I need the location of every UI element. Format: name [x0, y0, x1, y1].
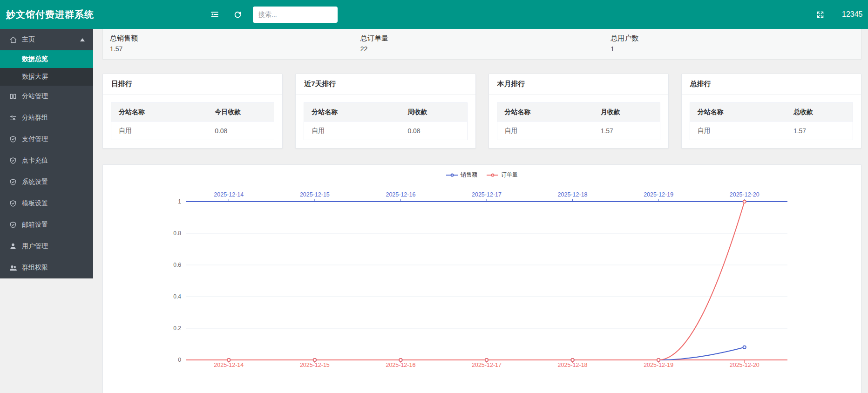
svg-text:2025-12-17: 2025-12-17 [472, 191, 502, 198]
ranking-card-month-rank: 本月排行 分站名称 月收款 自用1.57 [488, 74, 669, 149]
search-wrap [253, 7, 338, 23]
svg-text:1: 1 [178, 198, 181, 205]
svg-text:2025-12-19: 2025-12-19 [644, 362, 673, 368]
ranking-col-site: 分站名称 [304, 103, 400, 122]
legend-marker-icon [487, 175, 498, 176]
app-header: 妙文馆付费进群系统 12345 [0, 0, 868, 29]
sidebar-item-mailbox-settings[interactable]: 邮箱设置 [0, 214, 93, 236]
user-icon [9, 243, 17, 250]
sidebar-item-label: 用户管理 [22, 242, 48, 251]
sidebar-item-payment-manage[interactable]: 支付管理 [0, 129, 93, 150]
ranking-row: 自用0.08 [304, 122, 467, 140]
username[interactable]: 12345 [842, 10, 868, 19]
ranking-col-amount: 今日收款 [207, 103, 274, 122]
svg-text:2025-12-20: 2025-12-20 [730, 191, 760, 198]
sidebar-item-subsite-manage[interactable]: 分站管理 [0, 86, 93, 107]
ranking-card-title: 本月排行 [489, 74, 668, 95]
ranking-card-week-rank: 近7天排行 分站名称 周收款 自用0.08 [295, 74, 475, 149]
ranking-card-daily-rank: 日排行 分站名称 今日收款 自用0.08 [102, 74, 283, 149]
ranking-row: 自用1.57 [497, 122, 660, 140]
legend-label: 订单量 [501, 171, 518, 179]
trend-chart-svg: 00.20.40.60.812025-12-142025-12-152025-1… [103, 165, 861, 384]
svg-text:0.6: 0.6 [173, 262, 181, 268]
stat-label: 总订单量 [360, 34, 611, 43]
ranking-col-amount: 周收款 [400, 103, 467, 122]
sidebar-item-label: 分站管理 [22, 92, 48, 101]
app-title: 妙文馆付费进群系统 [6, 8, 94, 21]
ranking-col-site: 分站名称 [497, 103, 593, 122]
stat-value: 22 [360, 45, 611, 53]
ranking-cell: 自用 [497, 122, 593, 140]
sidebar-item-card-recharge[interactable]: 点卡充值 [0, 150, 93, 171]
ranking-cards-row: 日排行 分站名称 今日收款 自用0.08 近7天排行 分站名称 周收款 自用0.… [102, 74, 861, 149]
sidebar-item-system-settings[interactable]: 系统设置 [0, 171, 93, 193]
sidebar-item-label: 模板设置 [22, 199, 48, 208]
ranking-card-title: 总排行 [682, 74, 861, 95]
svg-text:2025-12-16: 2025-12-16 [386, 191, 415, 198]
ranking-table: 分站名称 总收款 自用1.57 [690, 102, 853, 140]
ranking-cell: 自用 [111, 122, 208, 140]
svg-text:2025-12-19: 2025-12-19 [644, 191, 673, 198]
svg-text:2025-12-20: 2025-12-20 [730, 362, 760, 368]
sidebar-item-data-overview[interactable]: 数据总览 [0, 50, 93, 68]
svg-text:0.8: 0.8 [173, 230, 181, 237]
stat-label: 总销售额 [110, 34, 360, 43]
chart-legend: 销售额订单量 [103, 171, 861, 179]
trend-chart-card: 销售额订单量 00.20.40.60.812025-12-142025-12-1… [102, 164, 861, 393]
svg-text:0.4: 0.4 [173, 293, 181, 300]
svg-text:2025-12-14: 2025-12-14 [214, 362, 244, 368]
ranking-cell: 0.08 [400, 122, 467, 140]
ranking-col-amount: 总收款 [786, 103, 853, 122]
sidebar-item-user-manage[interactable]: 用户管理 [0, 236, 93, 257]
ranking-table: 分站名称 月收款 自用1.57 [497, 102, 660, 140]
sidebar-item-label: 点卡充值 [22, 156, 48, 165]
svg-text:2025-12-15: 2025-12-15 [300, 362, 330, 368]
stat-label: 总用户数 [610, 34, 861, 43]
ranking-cell: 自用 [304, 122, 400, 140]
search-input[interactable] [253, 7, 338, 23]
ranking-col-amount: 月收款 [593, 103, 660, 122]
main-content: 当天销售额0.08当天订单量1当天新用户数0总销售额1.57总订单量22总用户数… [93, 0, 868, 393]
refresh-icon[interactable] [234, 11, 242, 19]
ranking-cell: 0.08 [207, 122, 274, 140]
stat-value: 1.57 [110, 45, 360, 53]
ranking-card-title: 近7天排行 [296, 74, 475, 95]
sidebar-item-home[interactable]: 主页 [0, 29, 93, 50]
svg-text:2025-12-17: 2025-12-17 [472, 362, 502, 368]
sidebar-fold-icon[interactable] [210, 10, 219, 19]
ranking-row: 自用1.57 [690, 122, 853, 140]
sidebar-item-template-settings[interactable]: 模板设置 [0, 193, 93, 214]
stat-item-3: 总销售额1.57 [110, 34, 360, 53]
legend-item-销售额[interactable]: 销售额 [446, 171, 477, 179]
users-icon [9, 264, 17, 272]
sliders-icon [9, 114, 17, 122]
svg-text:2025-12-16: 2025-12-16 [386, 362, 415, 368]
submenu-home: 数据总览数据大屏 [0, 50, 93, 86]
sidebar-item-subsite-groups[interactable]: 分站群组 [0, 107, 93, 129]
home-icon [9, 36, 17, 44]
svg-text:2025-12-15: 2025-12-15 [300, 191, 330, 198]
legend-item-订单量[interactable]: 订单量 [487, 171, 518, 179]
ranking-cell: 1.57 [786, 122, 853, 140]
shield-check-icon [9, 200, 17, 207]
sidebar-item-label: 系统设置 [22, 178, 48, 186]
shield-check-icon [9, 136, 17, 143]
sidebar-item-group-permissions[interactable]: 群组权限 [0, 257, 93, 278]
ranking-card-title: 日排行 [103, 74, 282, 95]
ranking-card-total-rank: 总排行 分站名称 总收款 自用1.57 [681, 74, 861, 149]
shield-check-icon [9, 178, 17, 186]
stat-item-5: 总用户数1 [610, 34, 861, 53]
legend-marker-icon [446, 175, 458, 176]
caret-up-icon [80, 38, 85, 41]
sidebar-item-data-screen[interactable]: 数据大屏 [0, 68, 93, 86]
svg-text:2025-12-18: 2025-12-18 [558, 362, 588, 368]
ranking-col-site: 分站名称 [690, 103, 786, 122]
stat-value: 1 [610, 45, 861, 53]
shield-check-icon [9, 221, 17, 229]
svg-text:2025-12-14: 2025-12-14 [214, 191, 244, 198]
svg-text:0.2: 0.2 [173, 325, 181, 332]
shield-check-icon [9, 157, 17, 164]
fullscreen-icon[interactable] [816, 11, 824, 19]
legend-label: 销售额 [461, 171, 477, 179]
ranking-row: 自用0.08 [111, 122, 274, 140]
